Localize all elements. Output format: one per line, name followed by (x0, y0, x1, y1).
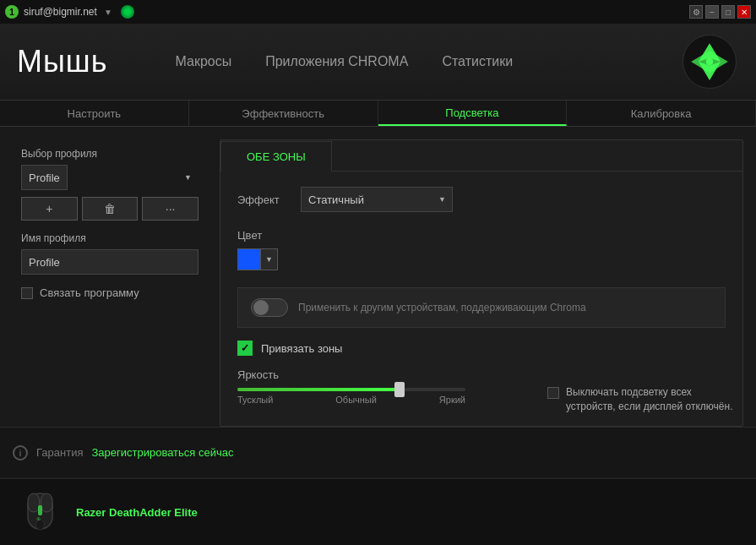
title-bar-left: 1 siruf@bigmir.net ▼ (5, 5, 134, 19)
minimize-button[interactable]: − (705, 5, 719, 19)
effect-select[interactable]: Статичный Дыхание Спектр Реактивный Волн… (301, 187, 453, 212)
link-program-checkbox[interactable] (21, 287, 33, 299)
razer-logo (680, 32, 739, 91)
app-header: Мышь Макросы Приложения CHROMA Статистик… (0, 24, 756, 100)
nav-macros[interactable]: Макросы (176, 54, 232, 69)
brightness-slider-labels: Тусклый Обычный Яркий (237, 395, 465, 405)
effect-select-wrapper: Статичный Дыхание Спектр Реактивный Волн… (301, 187, 453, 212)
brightness-slider-fill (237, 388, 397, 391)
subnav-efficiency[interactable]: Эффективность (189, 101, 378, 126)
bottom-bar: i Гарантия Зарегистрироваться сейчас (0, 427, 756, 477)
settings-button[interactable]: ⚙ (689, 5, 703, 19)
subnav-customize[interactable]: Настроить (0, 101, 189, 126)
color-label: Цвет (237, 229, 726, 242)
brightness-slider-thumb[interactable] (394, 382, 405, 397)
window-controls: ⚙ − □ ✕ (689, 5, 751, 19)
effect-row: Эффект Статичный Дыхание Спектр Реактивн… (237, 187, 726, 212)
display-off-text: Выключать подсветку всех устройств, если… (566, 385, 735, 414)
svg-rect-3 (28, 493, 40, 512)
tab-both-zones[interactable]: ОБЕ ЗОНЫ (220, 141, 332, 172)
delete-profile-button[interactable]: 🗑 (82, 197, 139, 221)
trash-icon: 🗑 (104, 202, 116, 215)
chroma-sync-text: Применить к другим устройствам, поддержи… (298, 301, 586, 315)
left-panel: Выбор профиля Profile + 🗑 ··· Имя профил… (13, 139, 207, 427)
sub-nav: Настроить Эффективность Подсветка Калибр… (0, 100, 756, 127)
status-indicator (121, 5, 134, 19)
brightness-label-normal: Обычный (335, 395, 377, 405)
color-dropdown-button[interactable]: ▼ (261, 248, 278, 270)
warranty-icon: i (13, 445, 28, 461)
subnav-calibration[interactable]: Калибровка (567, 101, 756, 126)
brightness-slider-track[interactable] (237, 388, 465, 391)
bind-zones-row: Привязать зоны (237, 341, 726, 356)
warranty-label: Гарантия (36, 446, 83, 459)
svg-text:⊕: ⊕ (36, 516, 41, 521)
main-content: Выбор профиля Profile + 🗑 ··· Имя профил… (0, 127, 756, 427)
add-profile-button[interactable]: + (21, 197, 78, 221)
display-off-option-row: Выключать подсветку всех устройств, если… (547, 385, 735, 414)
chroma-sync-row: Применить к другим устройствам, поддержи… (237, 287, 726, 328)
bind-zones-label: Привязать зоны (261, 342, 342, 355)
profile-buttons: + 🗑 ··· (21, 197, 199, 221)
link-program-row: Связать программу (21, 286, 199, 299)
brightness-label-bright: Яркий (439, 395, 465, 405)
brightness-label: Яркость (237, 368, 726, 381)
effect-label: Эффект (237, 193, 288, 206)
main-nav: Макросы Приложения CHROMA Статистики (176, 54, 514, 69)
app-title: Мышь (17, 44, 108, 79)
nav-stats[interactable]: Статистики (442, 54, 513, 69)
nav-chroma-apps[interactable]: Приложения CHROMA (265, 54, 408, 69)
color-section: Цвет ▼ (237, 229, 726, 270)
subnav-lighting[interactable]: Подсветка (378, 101, 568, 126)
profile-select-wrapper: Profile (21, 165, 199, 190)
bind-zones-checkbox[interactable] (237, 341, 253, 356)
close-button[interactable]: ✕ (737, 5, 751, 19)
color-swatch[interactable] (237, 248, 261, 270)
profile-select[interactable]: Profile (21, 165, 68, 190)
display-off-checkbox[interactable] (547, 387, 559, 399)
color-swatch-wrapper: ▼ (237, 248, 726, 270)
user-email: siruf@bigmir.net (24, 6, 97, 18)
profile-name-input[interactable] (21, 249, 199, 275)
link-program-label: Связать программу (40, 286, 139, 299)
user-dropdown-icon[interactable]: ▼ (104, 8, 112, 17)
title-bar: 1 siruf@bigmir.net ▼ ⚙ − □ ✕ (0, 0, 756, 24)
maximize-button[interactable]: □ (721, 5, 735, 19)
more-options-button[interactable]: ··· (142, 197, 199, 221)
device-name: Razer DeathAdder Elite (76, 506, 198, 519)
profile-select-label: Выбор профиля (21, 148, 199, 160)
device-bottom: ⊕ Razer DeathAdder Elite (0, 477, 756, 545)
chroma-sync-toggle[interactable] (251, 298, 288, 317)
svg-point-1 (706, 58, 714, 66)
toggle-knob (253, 300, 269, 315)
device-icon: ⊕ (17, 487, 63, 537)
brightness-label-dim: Тусклый (237, 395, 273, 405)
register-link[interactable]: Зарегистрироваться сейчас (91, 446, 233, 459)
svg-rect-5 (38, 505, 42, 515)
zone-tab-bar: ОБЕ ЗОНЫ (220, 140, 742, 172)
right-panel: ОБЕ ЗОНЫ Эффект Статичный Дыхание Спектр… (220, 139, 743, 427)
svg-rect-4 (41, 493, 53, 512)
user-badge: 1 (5, 5, 19, 19)
profile-name-label: Имя профиля (21, 232, 199, 244)
